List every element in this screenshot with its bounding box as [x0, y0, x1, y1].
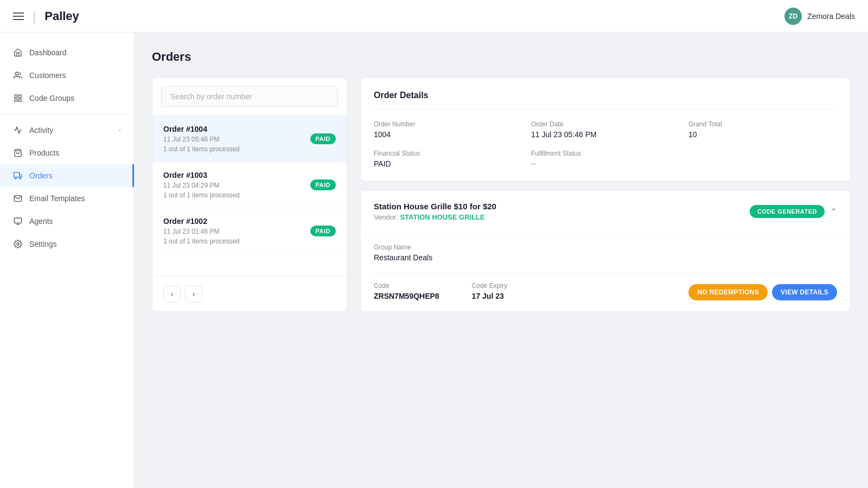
- monitor-icon: [13, 216, 23, 226]
- sidebar-item-orders[interactable]: Orders: [0, 164, 134, 187]
- group-name-section: Group Name Restaurant Deals: [374, 243, 837, 262]
- sidebar-item-code-groups[interactable]: Code Groups: [0, 87, 134, 110]
- status-badge: PAID: [310, 133, 336, 144]
- pagination: ‹ ›: [152, 276, 347, 311]
- order-number-field: Order Number 1004: [374, 120, 522, 139]
- order-number-label: Order Number: [374, 120, 522, 128]
- prev-page-button[interactable]: ‹: [163, 285, 181, 303]
- order-items-count: 1 out of 1 items processed: [163, 191, 240, 199]
- header-left: | Palley: [13, 9, 79, 24]
- product-card-header: Station House Grille $10 for $20 Vendor:…: [361, 191, 850, 233]
- product-card-body: Group Name Restaurant Deals Code ZRSN7M5…: [361, 233, 850, 311]
- activity-icon: [13, 125, 23, 135]
- order-date: 11 Jul 23 05:46 PM: [163, 136, 240, 143]
- fulfillment-status-field: Fulfillment Status --: [531, 150, 680, 168]
- sidebar-item-label: Activity: [29, 126, 53, 134]
- sidebar-item-settings[interactable]: Settings: [0, 233, 134, 255]
- sidebar: Dashboard Customers Code Groups Activity…: [0, 33, 135, 488]
- search-input[interactable]: [161, 86, 338, 107]
- financial-status-field: Financial Status PAID: [374, 150, 522, 168]
- financial-status-value: PAID: [374, 159, 522, 168]
- orders-layout: Order #1004 11 Jul 23 05:46 PM 1 out of …: [152, 77, 851, 312]
- shopping-bag-icon: [13, 148, 23, 158]
- orders-list-panel: Order #1004 11 Jul 23 05:46 PM 1 out of …: [152, 77, 347, 312]
- order-date: 11 Jul 23 01:46 PM: [163, 228, 240, 235]
- settings-icon: [13, 239, 23, 249]
- svg-point-8: [15, 177, 16, 179]
- sidebar-item-agents[interactable]: Agents: [0, 210, 134, 233]
- page-title: Orders: [152, 50, 851, 64]
- svg-rect-6: [14, 172, 20, 177]
- order-items-count: 1 out of 1 items processed: [163, 145, 240, 153]
- code-expiry-field: Code Expiry 17 Jul 23: [472, 282, 507, 300]
- chevron-right-icon: ‹: [119, 126, 121, 134]
- financial-status-label: Financial Status: [374, 150, 522, 157]
- svg-point-13: [17, 243, 19, 245]
- main-content: Orders Order #1004 11 Jul 23 05:46 PM 1: [135, 33, 868, 488]
- product-card: Station House Grille $10 for $20 Vendor:…: [360, 190, 851, 312]
- user-name: Zemora Deals: [807, 12, 855, 21]
- vendor-link[interactable]: STATION HOUSE GRILLE: [400, 213, 484, 221]
- truck-icon: [13, 171, 23, 181]
- menu-toggle[interactable]: [13, 12, 24, 20]
- vendor-label-text: Vendor:: [374, 213, 398, 221]
- header: | Palley ZD Zemora Deals: [0, 0, 868, 33]
- order-number: Order #1002: [163, 217, 240, 226]
- sidebar-item-activity-left: Activity: [13, 125, 53, 135]
- grid-icon: [13, 93, 23, 103]
- sidebar-item-dashboard[interactable]: Dashboard: [0, 41, 134, 64]
- svg-rect-2: [18, 95, 21, 98]
- order-date-label: Order Date: [531, 120, 680, 128]
- sidebar-item-label: Agents: [29, 217, 53, 226]
- grand-total-field: Grand Total 10: [688, 120, 837, 139]
- grand-total-value: 10: [688, 130, 837, 139]
- svg-rect-1: [15, 95, 17, 98]
- order-info: Order #1003 11 Jul 23 04:29 PM 1 out of …: [163, 171, 240, 199]
- code-section: Code ZRSN7M59QHEP8 Code Expiry 17 Jul 23…: [374, 273, 837, 300]
- sidebar-item-label: Products: [29, 149, 59, 157]
- sidebar-item-customers[interactable]: Customers: [0, 64, 134, 87]
- fulfillment-status-value: --: [531, 159, 680, 168]
- code-field: Code ZRSN7M59QHEP8: [374, 282, 439, 300]
- sidebar-item-label: Dashboard: [29, 48, 67, 57]
- app-logo: Palley: [44, 9, 79, 23]
- no-redemptions-button[interactable]: NO REDEMPTIONS: [688, 284, 768, 300]
- sidebar-item-email-templates[interactable]: Email Templates: [0, 187, 134, 210]
- sidebar-item-label: Orders: [29, 171, 53, 180]
- details-card: Order Details Order Number 1004 Order Da…: [360, 77, 851, 182]
- svg-marker-7: [20, 174, 22, 177]
- sidebar-item-products[interactable]: Products: [0, 142, 134, 164]
- next-page-button[interactable]: ›: [185, 285, 202, 303]
- search-input-wrap: [161, 86, 338, 107]
- product-card-header-right: CODE GENERATED ⌃: [750, 205, 837, 218]
- code-expiry-label: Code Expiry: [472, 282, 507, 290]
- view-details-button[interactable]: VIEW DETAILS: [772, 284, 837, 300]
- home-icon: [13, 48, 23, 57]
- sidebar-item-activity[interactable]: Activity ‹: [0, 119, 134, 142]
- order-details-panel: Order Details Order Number 1004 Order Da…: [360, 77, 851, 312]
- avatar: ZD: [784, 8, 802, 25]
- order-date-value: 11 Jul 23 05:46 PM: [531, 130, 680, 139]
- code-expiry-value: 17 Jul 23: [472, 292, 507, 300]
- svg-rect-10: [14, 218, 21, 223]
- svg-point-0: [15, 72, 18, 75]
- order-item[interactable]: Order #1002 11 Jul 23 01:46 PM 1 out of …: [152, 208, 347, 254]
- sidebar-item-label: Email Templates: [29, 194, 85, 203]
- code-actions: NO REDEMPTIONS VIEW DETAILS: [688, 284, 837, 300]
- order-date: 11 Jul 23 04:29 PM: [163, 182, 240, 189]
- order-item[interactable]: Order #1003 11 Jul 23 04:29 PM 1 out of …: [152, 162, 347, 208]
- fulfillment-status-label: Fulfillment Status: [531, 150, 680, 157]
- mail-icon: [13, 194, 23, 203]
- order-item[interactable]: Order #1004 11 Jul 23 05:46 PM 1 out of …: [152, 116, 347, 162]
- sidebar-item-label: Code Groups: [29, 94, 74, 102]
- order-items-count: 1 out of 1 items processed: [163, 237, 240, 245]
- order-number: Order #1004: [163, 125, 240, 133]
- svg-point-9: [20, 177, 21, 179]
- details-grid: Order Number 1004 Order Date 11 Jul 23 0…: [374, 120, 837, 168]
- sidebar-item-label: Customers: [29, 71, 66, 80]
- product-card-header-left: Station House Grille $10 for $20 Vendor:…: [374, 202, 496, 221]
- header-divider: |: [33, 9, 36, 24]
- group-name-value: Restaurant Deals: [374, 253, 837, 262]
- status-badge: PAID: [310, 179, 336, 190]
- chevron-up-icon[interactable]: ⌃: [830, 207, 837, 217]
